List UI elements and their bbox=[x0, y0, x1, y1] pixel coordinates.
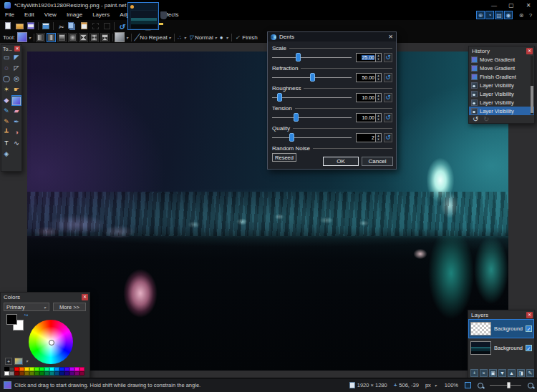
antialiasing-icon[interactable] bbox=[220, 34, 223, 41]
slider-thumb[interactable] bbox=[310, 73, 315, 82]
scale-spinner[interactable] bbox=[376, 53, 382, 62]
gradient-tool[interactable] bbox=[11, 95, 21, 106]
refraction-value-box[interactable]: 50.00 bbox=[356, 73, 376, 82]
color-picker-tool[interactable]: ✒ bbox=[11, 117, 21, 127]
layers-panel-close-button[interactable] bbox=[526, 312, 533, 318]
quality-slider[interactable] bbox=[272, 137, 352, 138]
zoom-slider[interactable] bbox=[490, 382, 521, 388]
unit-dropdown[interactable]: px bbox=[425, 382, 438, 388]
gradient-type-linear-button[interactable] bbox=[36, 33, 45, 42]
maximize-button[interactable]: ▢ bbox=[503, 1, 520, 10]
menu-file[interactable]: File bbox=[0, 10, 19, 20]
gradient-type-spiral-button[interactable] bbox=[100, 33, 110, 42]
tension-slider[interactable] bbox=[272, 117, 352, 118]
lasso-select-tool[interactable]: ◌ bbox=[1, 63, 11, 74]
undo-button[interactable] bbox=[116, 21, 127, 31]
open-button[interactable] bbox=[14, 21, 25, 31]
duplicate-layer-button[interactable]: ▣ bbox=[489, 369, 497, 377]
history-panel-toggle-icon[interactable]: ◔ bbox=[485, 11, 494, 19]
history-item[interactable]: Move Gradient bbox=[469, 55, 534, 64]
finish-button[interactable]: Finish bbox=[242, 34, 257, 41]
scale-slider[interactable] bbox=[272, 57, 352, 58]
zoom-slider-thumb[interactable] bbox=[507, 382, 511, 388]
quality-spinner[interactable] bbox=[376, 133, 382, 142]
eraser-tool[interactable]: ▰ bbox=[11, 106, 21, 117]
menu-edit[interactable]: Edit bbox=[19, 10, 39, 20]
dialog-close-button[interactable] bbox=[388, 34, 393, 40]
gradient-tool-swatch[interactable] bbox=[17, 32, 27, 42]
move-selection-tool[interactable]: ◸ bbox=[11, 63, 21, 74]
pan-tool[interactable]: ☛ bbox=[11, 84, 21, 95]
slider-thumb[interactable] bbox=[296, 53, 301, 62]
fit-to-window-icon[interactable] bbox=[465, 382, 471, 388]
zoom-level[interactable]: 100% bbox=[445, 382, 458, 388]
help-panel-toggle-icon[interactable]: ? bbox=[526, 11, 535, 19]
minimize-button[interactable]: — bbox=[485, 1, 503, 10]
palette-color[interactable] bbox=[4, 371, 9, 376]
save-button[interactable] bbox=[25, 21, 37, 31]
history-item[interactable]: Finish Gradient bbox=[469, 72, 534, 81]
cancel-button[interactable]: Cancel bbox=[362, 157, 393, 166]
history-item[interactable]: Layer Visibility bbox=[469, 98, 534, 107]
quality-value-box[interactable]: 2 bbox=[356, 133, 376, 142]
palette-color[interactable] bbox=[64, 371, 69, 376]
redo-icon[interactable] bbox=[483, 115, 489, 123]
layer-visible-checkbox[interactable] bbox=[526, 345, 532, 351]
colors-panel-close-button[interactable] bbox=[82, 294, 88, 300]
palette-color[interactable] bbox=[34, 371, 39, 376]
chevron-down-icon[interactable] bbox=[169, 35, 171, 40]
more-button[interactable]: More >> bbox=[53, 303, 86, 311]
palette-color[interactable] bbox=[79, 371, 84, 376]
clone-stamp-tool[interactable]: ┻ bbox=[1, 127, 11, 138]
menu-layers[interactable]: Layers bbox=[87, 10, 115, 20]
ellipse-select-tool[interactable]: ◯ bbox=[1, 74, 11, 84]
move-layer-down-button[interactable]: ◨ bbox=[517, 369, 525, 377]
layer-properties-button[interactable]: ✎ bbox=[526, 369, 534, 377]
close-button[interactable]: ✕ bbox=[520, 1, 537, 10]
slider-thumb[interactable] bbox=[294, 113, 299, 122]
reseed-button[interactable]: Reseed bbox=[272, 153, 296, 162]
palette-color[interactable] bbox=[24, 371, 29, 376]
palette-color[interactable] bbox=[59, 371, 64, 376]
layer-row[interactable]: Background bbox=[468, 338, 534, 358]
copy-button[interactable] bbox=[67, 21, 78, 31]
history-item[interactable]: Layer Visibility bbox=[469, 107, 534, 115]
colors-panel-toggle-icon[interactable]: ◉ bbox=[504, 11, 513, 19]
history-item[interactable]: Move Gradient bbox=[469, 64, 534, 72]
palette-color[interactable] bbox=[54, 371, 59, 376]
slider-thumb[interactable] bbox=[289, 133, 294, 142]
blend-mode-dropdown[interactable]: Normal bbox=[195, 34, 213, 41]
chevron-down-icon[interactable] bbox=[126, 35, 128, 40]
zoom-tool[interactable]: ◎ bbox=[11, 74, 21, 84]
roughness-reset-button[interactable] bbox=[384, 93, 392, 102]
undo-icon[interactable] bbox=[473, 115, 478, 123]
image-tab[interactable] bbox=[127, 2, 159, 30]
tools-panel-toggle-icon[interactable]: ⊕ bbox=[476, 11, 485, 19]
roughness-value-box[interactable]: 10.00 bbox=[356, 93, 376, 102]
shapes-tool[interactable]: ◈ bbox=[1, 149, 11, 160]
repeat-mode-dropdown[interactable]: No Repeat bbox=[140, 34, 167, 41]
palette-color[interactable] bbox=[69, 371, 74, 376]
paint-bucket-tool[interactable]: ◆ bbox=[1, 95, 11, 106]
color-wheel-selector[interactable] bbox=[49, 340, 54, 346]
palette-color[interactable] bbox=[19, 371, 24, 376]
scale-reset-button[interactable] bbox=[384, 53, 392, 62]
chevron-down-icon[interactable] bbox=[184, 35, 186, 40]
chevron-down-icon[interactable] bbox=[29, 35, 31, 40]
slider-thumb[interactable] bbox=[277, 93, 282, 102]
gradient-type-diamond-button[interactable] bbox=[79, 33, 88, 42]
roughness-slider[interactable] bbox=[272, 97, 352, 98]
layer-row[interactable]: Background bbox=[468, 319, 534, 338]
recolor-tool[interactable]: ◑ bbox=[11, 127, 21, 138]
move-layer-up-button[interactable]: ▲ bbox=[508, 369, 516, 377]
new-file-button[interactable] bbox=[2, 21, 14, 31]
palette-color[interactable] bbox=[39, 371, 44, 376]
color-mode-select[interactable]: Primary bbox=[4, 303, 49, 311]
history-panel-close-button[interactable] bbox=[526, 48, 533, 54]
palette-color[interactable] bbox=[44, 371, 49, 376]
chevron-down-icon[interactable] bbox=[226, 35, 228, 40]
delete-layer-button[interactable]: × bbox=[480, 369, 488, 377]
paste-button[interactable] bbox=[78, 21, 90, 31]
palette-color[interactable] bbox=[74, 371, 79, 376]
settings-panel-toggle-icon[interactable]: ⊛ bbox=[517, 11, 526, 19]
